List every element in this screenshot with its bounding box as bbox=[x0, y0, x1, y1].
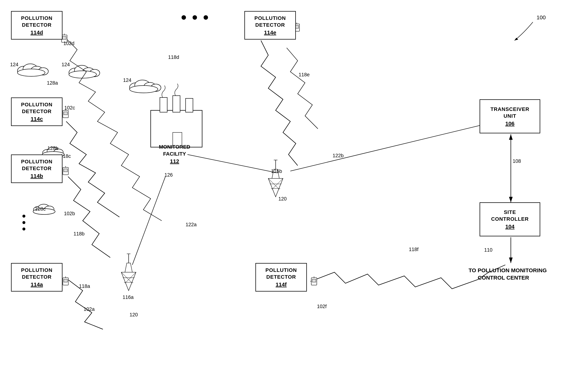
svg-point-26 bbox=[192, 15, 197, 20]
pollution-detector-114c-box: POLLUTIONDETECTOR 114c bbox=[11, 97, 63, 126]
svg-text:102f: 102f bbox=[317, 304, 327, 309]
transceiver-unit-106-box: TRANSCEIVERUNIT 106 bbox=[480, 99, 540, 133]
detector-114f-id: 114f bbox=[276, 281, 287, 288]
svg-line-50 bbox=[268, 179, 276, 197]
detector-114e-id: 114e bbox=[264, 29, 276, 36]
svg-rect-78 bbox=[312, 279, 316, 282]
detector-114b-title: POLLUTIONDETECTOR bbox=[21, 158, 53, 172]
svg-text:124: 124 bbox=[62, 62, 70, 67]
svg-text:120: 120 bbox=[129, 312, 138, 318]
svg-line-56 bbox=[290, 125, 482, 171]
monitored-facility-label: MONITOREDFACILITY 112 bbox=[149, 143, 200, 164]
detector-114d-id: 114d bbox=[30, 29, 43, 36]
pollution-detector-114a-box: POLLUTIONDETECTOR 114a bbox=[11, 263, 63, 292]
svg-text:128a: 128a bbox=[47, 80, 58, 86]
detector-114a-title: POLLUTIONDETECTOR bbox=[21, 267, 53, 280]
svg-text:102b: 102b bbox=[64, 211, 75, 216]
svg-rect-72 bbox=[64, 169, 67, 172]
pollution-detector-114e-box: POLLUTIONDETECTOR 114e bbox=[244, 11, 296, 40]
svg-rect-69 bbox=[64, 112, 67, 115]
svg-text:126: 126 bbox=[165, 172, 173, 178]
site-controller-104-box: SITECONTROLLER 104 bbox=[480, 202, 540, 236]
svg-text:124: 124 bbox=[123, 77, 131, 83]
svg-marker-59 bbox=[509, 197, 513, 202]
svg-point-29 bbox=[22, 221, 25, 224]
diagram-svg: 100 bbox=[0, 0, 588, 387]
svg-rect-63 bbox=[63, 36, 66, 39]
svg-line-39 bbox=[129, 272, 136, 291]
svg-marker-61 bbox=[509, 257, 513, 263]
svg-text:118e: 118e bbox=[299, 72, 310, 77]
facility-title: MONITOREDFACILITY bbox=[149, 143, 200, 158]
pollution-detector-114f-box: POLLUTIONDETECTOR 114f bbox=[255, 263, 307, 292]
svg-text:118a: 118a bbox=[79, 283, 90, 289]
svg-text:108: 108 bbox=[513, 158, 521, 164]
transceiver-id: 106 bbox=[505, 120, 514, 127]
svg-rect-83 bbox=[186, 98, 193, 112]
detector-114f-title: POLLUTIONDETECTOR bbox=[266, 267, 297, 280]
site-controller-title: SITECONTROLLER bbox=[491, 209, 529, 222]
svg-text:128c: 128c bbox=[35, 206, 46, 212]
svg-rect-75 bbox=[64, 279, 67, 282]
facility-id: 112 bbox=[149, 158, 200, 164]
svg-line-51 bbox=[276, 179, 283, 197]
transceiver-title: TRANSCEIVERUNIT bbox=[490, 106, 529, 119]
svg-text:102c: 102c bbox=[64, 105, 75, 111]
svg-point-25 bbox=[182, 15, 186, 20]
svg-point-28 bbox=[22, 215, 25, 218]
svg-marker-43 bbox=[268, 179, 283, 197]
svg-text:118d: 118d bbox=[168, 54, 179, 60]
svg-text:128b: 128b bbox=[47, 145, 59, 151]
svg-point-27 bbox=[204, 15, 208, 20]
svg-point-16 bbox=[129, 86, 158, 93]
svg-line-55 bbox=[188, 155, 277, 173]
svg-rect-81 bbox=[160, 97, 167, 112]
svg-text:122b: 122b bbox=[333, 153, 344, 158]
svg-text:100: 100 bbox=[537, 14, 546, 21]
pollution-detector-114b-box: POLLUTIONDETECTOR 114b bbox=[11, 155, 63, 183]
svg-point-6 bbox=[18, 69, 45, 76]
pollution-detector-114d-box: POLLUTION DETECTOR 114d bbox=[11, 11, 63, 40]
svg-marker-31 bbox=[121, 272, 136, 291]
detector-114a-id: 114a bbox=[31, 281, 43, 288]
detector-114c-id: 114c bbox=[31, 116, 43, 122]
svg-text:120: 120 bbox=[278, 196, 287, 202]
svg-text:TO POLLUTION MONITORING: TO POLLUTION MONITORING bbox=[469, 267, 547, 273]
detector-114b-id: 114b bbox=[30, 173, 43, 179]
svg-text:102a: 102a bbox=[84, 306, 95, 312]
svg-line-38 bbox=[121, 272, 129, 291]
svg-text:118f: 118f bbox=[409, 247, 419, 252]
diagram-container: 100 bbox=[0, 0, 588, 387]
detector-114e-title: POLLUTIONDETECTOR bbox=[254, 15, 286, 28]
svg-text:122a: 122a bbox=[186, 222, 197, 227]
svg-text:102d: 102d bbox=[63, 41, 74, 46]
svg-text:116a: 116a bbox=[123, 295, 134, 300]
svg-line-54 bbox=[132, 177, 165, 265]
svg-marker-58 bbox=[509, 134, 513, 140]
svg-text:118b: 118b bbox=[74, 231, 84, 237]
svg-text:110: 110 bbox=[484, 247, 492, 253]
svg-marker-32 bbox=[125, 263, 132, 272]
svg-point-30 bbox=[22, 228, 25, 230]
svg-text:124: 124 bbox=[10, 62, 18, 67]
svg-text:116b: 116b bbox=[271, 168, 282, 174]
detector-114c-title: POLLUTIONDETECTOR bbox=[21, 101, 53, 115]
svg-rect-82 bbox=[173, 96, 180, 112]
detector-114d-title: POLLUTION DETECTOR bbox=[14, 15, 59, 28]
site-controller-id: 104 bbox=[505, 224, 514, 230]
svg-text:CONTROL CENTER: CONTROL CENTER bbox=[478, 275, 529, 281]
